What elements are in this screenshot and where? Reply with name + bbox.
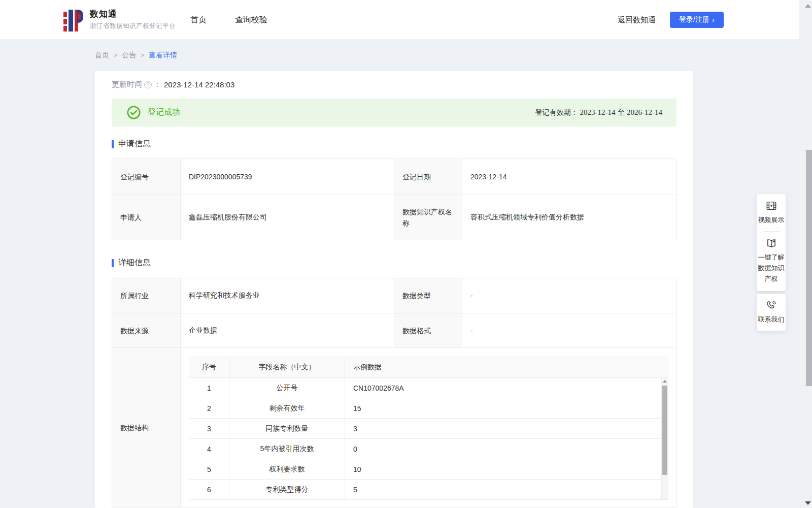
label-data-structure: 数据结构	[112, 348, 180, 507]
column-header-index: 序号	[189, 357, 229, 377]
cell-sample-data: 0	[345, 439, 668, 459]
accent-bar	[112, 259, 114, 267]
book-icon	[766, 238, 777, 249]
window-scrollbar[interactable]	[799, 0, 812, 508]
section-title-text: 申请信息	[118, 139, 151, 149]
login-register-button[interactable]: 登录/注册 ›	[670, 12, 724, 28]
cell-field-name: 专利类型得分	[229, 480, 345, 499]
data-structure-scrollbar[interactable]	[661, 378, 668, 499]
cell-index: 2	[189, 398, 229, 418]
cell-sample-data: 15	[345, 398, 668, 418]
label-data-format: 数据格式	[394, 313, 462, 347]
cell-index: 1	[189, 378, 229, 398]
update-time-value: 2023-12-14 22:48:03	[164, 80, 234, 89]
scrollbar-thumb[interactable]	[662, 386, 667, 475]
registration-validity: 登记有效期： 2023-12-14 至 2026-12-14	[535, 108, 662, 117]
video-demo-label: 视频展示	[758, 214, 785, 225]
brand-text: 数知通 浙江省数据知识产权登记平台	[90, 8, 176, 30]
label-applicant: 申请人	[112, 195, 180, 240]
help-icon[interactable]: ?	[144, 81, 152, 88]
back-to-shuzhitong-link[interactable]: 返回数知通	[618, 0, 656, 40]
table-row: 5 权利要求数 10	[189, 459, 668, 479]
label-data-source: 数据来源	[112, 313, 180, 347]
detail-info-table: 所属行业 科学研究和技术服务业 数据类型 - 数据来源 企业数据 数据格式 - …	[112, 278, 676, 507]
video-icon	[766, 200, 777, 211]
cell-index: 4	[189, 439, 229, 459]
brand-name: 数知通	[90, 8, 176, 20]
table-row: 6 专利类型得分 5	[189, 479, 668, 499]
update-time-row: 更新时间 ? ： 2023-12-14 22:48:03	[112, 80, 234, 89]
column-header-field-name: 字段名称（中文）	[229, 357, 345, 377]
chevron-right-icon: ›	[712, 16, 715, 23]
brand-logo-icon	[63, 7, 85, 31]
value-registration-number: DIP2023000005739	[180, 159, 394, 195]
table-row: 所属行业 科学研究和技术服务业 数据类型 -	[112, 278, 676, 313]
column-header-sample-data: 示例数据	[345, 357, 668, 377]
registration-success-banner: 登记成功 登记有效期： 2023-12-14 至 2026-12-14	[112, 99, 676, 126]
nav-item-query-verify[interactable]: 查询校验	[235, 15, 267, 25]
value-applicant: 鑫磊压缩机股份有限公司	[180, 195, 394, 240]
validity-value: 2023-12-14 至 2026-12-14	[580, 108, 662, 116]
cell-index: 3	[189, 419, 229, 438]
brand-logo[interactable]: 数知通 浙江省数据知识产权登记平台	[63, 7, 176, 31]
contact-us-button[interactable]: 联系我们	[758, 300, 785, 325]
scroll-up-arrow-icon[interactable]	[805, 4, 811, 8]
table-row: 数据来源 企业数据 数据格式 -	[112, 313, 676, 347]
nav-item-home[interactable]: 首页	[190, 15, 207, 25]
scroll-down-arrow-icon[interactable]	[805, 501, 811, 505]
breadcrumb-home[interactable]: 首页	[95, 51, 109, 60]
label-registration-number: 登记编号	[112, 159, 180, 195]
top-nav-bar: 数知通 浙江省数据知识产权登记平台 首页 查询校验 返回数知通 登录/注册 ›	[0, 0, 812, 40]
table-row: 2 剩余有效年 15	[189, 398, 668, 418]
data-structure-table: 序号 字段名称（中文） 示例数据 1 公开号 CN107002678A 2 剩余…	[189, 357, 668, 500]
data-structure-cell: 序号 字段名称（中文） 示例数据 1 公开号 CN107002678A 2 剩余…	[180, 348, 676, 507]
detail-card: 更新时间 ? ： 2023-12-14 22:48:03 登记成功 登记有效期：…	[95, 71, 693, 508]
cell-sample-data: 3	[345, 419, 668, 438]
breadcrumb-separator-icon: >	[114, 52, 117, 59]
window-scrollbar-thumb[interactable]	[806, 150, 812, 386]
divider	[763, 231, 780, 232]
breadcrumb-separator-icon: >	[141, 52, 144, 59]
section-title-detail-info: 详细信息	[112, 258, 151, 268]
cell-index: 6	[189, 480, 229, 499]
value-data-type: -	[462, 278, 676, 313]
breadcrumb-announcements[interactable]: 公告	[122, 51, 136, 60]
scroll-up-arrow-icon[interactable]	[663, 380, 667, 383]
table-row: 登记编号 DIP2023000005739 登记日期 2023-12-14	[112, 159, 676, 195]
label-data-type: 数据类型	[394, 278, 462, 313]
breadcrumb-view-detail[interactable]: 查看详情	[149, 51, 177, 60]
contact-card: 联系我们	[757, 294, 786, 331]
cell-sample-data: 5	[345, 480, 668, 499]
table-row: 1 公开号 CN107002678A	[189, 377, 668, 398]
cell-sample-data: CN107002678A	[345, 378, 668, 398]
table-row-data-structure: 数据结构 序号 字段名称（中文） 示例数据 1 公开号 CN107002678A…	[112, 347, 676, 507]
data-structure-header-row: 序号 字段名称（中文） 示例数据	[189, 357, 668, 377]
value-data-format: -	[462, 313, 676, 347]
section-title-text: 详细信息	[118, 258, 151, 268]
floating-panel: 视频展示 一键了解数据知识产权	[757, 194, 786, 291]
table-row: 申请人 鑫磊压缩机股份有限公司 数据知识产权名称 容积式压缩机领域专利价值分析数…	[112, 195, 676, 240]
value-data-source: 企业数据	[180, 313, 394, 347]
registration-status: 登记成功	[127, 106, 180, 119]
cell-field-name: 公开号	[229, 378, 345, 398]
contact-us-label: 联系我们	[758, 314, 785, 325]
table-row: 3 同族专利数量 3	[189, 418, 668, 438]
breadcrumb: 首页 > 公告 > 查看详情	[95, 51, 177, 60]
video-demo-button[interactable]: 视频展示	[758, 200, 785, 225]
validity-label: 登记有效期：	[535, 108, 578, 116]
page: { "brand": { "name": "数知通", "subtitle": …	[0, 0, 812, 508]
value-registration-date: 2023-12-14	[462, 159, 676, 195]
learn-data-ip-button[interactable]: 一键了解数据知识产权	[758, 238, 785, 284]
application-info-table: 登记编号 DIP2023000005739 登记日期 2023-12-14 申请…	[112, 158, 676, 240]
cell-field-name: 权利要求数	[229, 459, 345, 479]
accent-bar	[112, 140, 114, 148]
registration-status-text: 登记成功	[148, 107, 180, 118]
cell-field-name: 剩余有效年	[229, 398, 345, 418]
success-check-icon	[127, 106, 141, 119]
label-data-ip-name: 数据知识产权名称	[394, 195, 462, 240]
update-time-label: 更新时间	[112, 80, 142, 89]
label-industry: 所属行业	[112, 278, 180, 313]
label-registration-date: 登记日期	[394, 159, 462, 195]
cell-index: 5	[189, 459, 229, 479]
login-register-label: 登录/注册	[679, 15, 709, 24]
